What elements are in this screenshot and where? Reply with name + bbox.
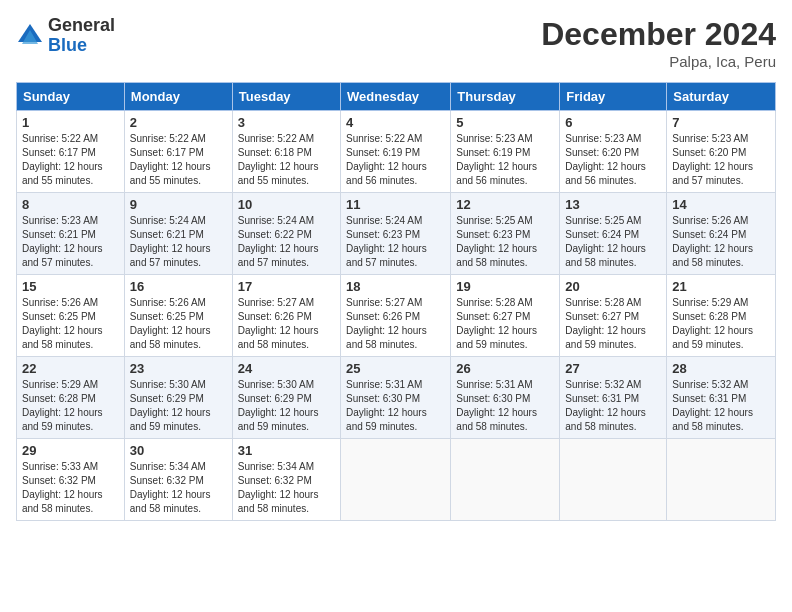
day-number: 15 xyxy=(22,279,119,294)
calendar-day-cell xyxy=(451,439,560,521)
day-number: 16 xyxy=(130,279,227,294)
day-info: Sunrise: 5:30 AM Sunset: 6:29 PM Dayligh… xyxy=(130,378,227,434)
calendar-day-cell: 14 Sunrise: 5:26 AM Sunset: 6:24 PM Dayl… xyxy=(667,193,776,275)
day-info: Sunrise: 5:26 AM Sunset: 6:25 PM Dayligh… xyxy=(130,296,227,352)
day-info: Sunrise: 5:29 AM Sunset: 6:28 PM Dayligh… xyxy=(672,296,770,352)
calendar-day-cell: 25 Sunrise: 5:31 AM Sunset: 6:30 PM Dayl… xyxy=(341,357,451,439)
day-info: Sunrise: 5:32 AM Sunset: 6:31 PM Dayligh… xyxy=(565,378,661,434)
calendar-day-cell: 9 Sunrise: 5:24 AM Sunset: 6:21 PM Dayli… xyxy=(124,193,232,275)
logo-general-text: General xyxy=(48,16,115,36)
day-info: Sunrise: 5:22 AM Sunset: 6:17 PM Dayligh… xyxy=(22,132,119,188)
calendar-day-cell: 24 Sunrise: 5:30 AM Sunset: 6:29 PM Dayl… xyxy=(232,357,340,439)
calendar-day-cell: 27 Sunrise: 5:32 AM Sunset: 6:31 PM Dayl… xyxy=(560,357,667,439)
logo-icon xyxy=(16,22,44,50)
page-title: December 2024 xyxy=(541,16,776,53)
day-number: 29 xyxy=(22,443,119,458)
day-number: 24 xyxy=(238,361,335,376)
page-subtitle: Palpa, Ica, Peru xyxy=(541,53,776,70)
calendar-day-cell: 3 Sunrise: 5:22 AM Sunset: 6:18 PM Dayli… xyxy=(232,111,340,193)
day-number: 14 xyxy=(672,197,770,212)
logo: General Blue xyxy=(16,16,115,56)
day-number: 6 xyxy=(565,115,661,130)
day-info: Sunrise: 5:22 AM Sunset: 6:17 PM Dayligh… xyxy=(130,132,227,188)
calendar-day-cell: 13 Sunrise: 5:25 AM Sunset: 6:24 PM Dayl… xyxy=(560,193,667,275)
day-number: 18 xyxy=(346,279,445,294)
day-number: 1 xyxy=(22,115,119,130)
day-info: Sunrise: 5:28 AM Sunset: 6:27 PM Dayligh… xyxy=(456,296,554,352)
calendar-day-cell: 11 Sunrise: 5:24 AM Sunset: 6:23 PM Dayl… xyxy=(341,193,451,275)
day-info: Sunrise: 5:24 AM Sunset: 6:23 PM Dayligh… xyxy=(346,214,445,270)
calendar-day-cell: 7 Sunrise: 5:23 AM Sunset: 6:20 PM Dayli… xyxy=(667,111,776,193)
calendar-day-cell: 15 Sunrise: 5:26 AM Sunset: 6:25 PM Dayl… xyxy=(17,275,125,357)
calendar-day-cell: 29 Sunrise: 5:33 AM Sunset: 6:32 PM Dayl… xyxy=(17,439,125,521)
day-number: 13 xyxy=(565,197,661,212)
day-info: Sunrise: 5:26 AM Sunset: 6:24 PM Dayligh… xyxy=(672,214,770,270)
day-number: 21 xyxy=(672,279,770,294)
calendar-week-row: 1 Sunrise: 5:22 AM Sunset: 6:17 PM Dayli… xyxy=(17,111,776,193)
calendar-day-cell xyxy=(667,439,776,521)
day-info: Sunrise: 5:22 AM Sunset: 6:19 PM Dayligh… xyxy=(346,132,445,188)
day-info: Sunrise: 5:32 AM Sunset: 6:31 PM Dayligh… xyxy=(672,378,770,434)
day-info: Sunrise: 5:27 AM Sunset: 6:26 PM Dayligh… xyxy=(238,296,335,352)
calendar-table: SundayMondayTuesdayWednesdayThursdayFrid… xyxy=(16,82,776,521)
calendar-header-friday: Friday xyxy=(560,83,667,111)
day-info: Sunrise: 5:25 AM Sunset: 6:24 PM Dayligh… xyxy=(565,214,661,270)
day-number: 9 xyxy=(130,197,227,212)
day-number: 8 xyxy=(22,197,119,212)
calendar-day-cell: 2 Sunrise: 5:22 AM Sunset: 6:17 PM Dayli… xyxy=(124,111,232,193)
day-number: 19 xyxy=(456,279,554,294)
day-info: Sunrise: 5:31 AM Sunset: 6:30 PM Dayligh… xyxy=(456,378,554,434)
day-info: Sunrise: 5:34 AM Sunset: 6:32 PM Dayligh… xyxy=(238,460,335,516)
calendar-header-sunday: Sunday xyxy=(17,83,125,111)
calendar-week-row: 15 Sunrise: 5:26 AM Sunset: 6:25 PM Dayl… xyxy=(17,275,776,357)
day-number: 20 xyxy=(565,279,661,294)
day-info: Sunrise: 5:30 AM Sunset: 6:29 PM Dayligh… xyxy=(238,378,335,434)
calendar-day-cell xyxy=(560,439,667,521)
calendar-day-cell: 20 Sunrise: 5:28 AM Sunset: 6:27 PM Dayl… xyxy=(560,275,667,357)
calendar-day-cell: 12 Sunrise: 5:25 AM Sunset: 6:23 PM Dayl… xyxy=(451,193,560,275)
calendar-day-cell: 26 Sunrise: 5:31 AM Sunset: 6:30 PM Dayl… xyxy=(451,357,560,439)
calendar-day-cell: 10 Sunrise: 5:24 AM Sunset: 6:22 PM Dayl… xyxy=(232,193,340,275)
day-info: Sunrise: 5:24 AM Sunset: 6:22 PM Dayligh… xyxy=(238,214,335,270)
title-section: December 2024 Palpa, Ica, Peru xyxy=(541,16,776,70)
calendar-day-cell: 28 Sunrise: 5:32 AM Sunset: 6:31 PM Dayl… xyxy=(667,357,776,439)
day-number: 28 xyxy=(672,361,770,376)
page-header: General Blue December 2024 Palpa, Ica, P… xyxy=(16,16,776,70)
day-number: 3 xyxy=(238,115,335,130)
day-info: Sunrise: 5:23 AM Sunset: 6:20 PM Dayligh… xyxy=(672,132,770,188)
day-number: 10 xyxy=(238,197,335,212)
calendar-day-cell: 4 Sunrise: 5:22 AM Sunset: 6:19 PM Dayli… xyxy=(341,111,451,193)
calendar-day-cell: 1 Sunrise: 5:22 AM Sunset: 6:17 PM Dayli… xyxy=(17,111,125,193)
day-number: 4 xyxy=(346,115,445,130)
day-number: 11 xyxy=(346,197,445,212)
calendar-header-monday: Monday xyxy=(124,83,232,111)
calendar-day-cell: 30 Sunrise: 5:34 AM Sunset: 6:32 PM Dayl… xyxy=(124,439,232,521)
day-info: Sunrise: 5:23 AM Sunset: 6:20 PM Dayligh… xyxy=(565,132,661,188)
calendar-day-cell: 21 Sunrise: 5:29 AM Sunset: 6:28 PM Dayl… xyxy=(667,275,776,357)
logo-blue-text: Blue xyxy=(48,36,115,56)
day-info: Sunrise: 5:29 AM Sunset: 6:28 PM Dayligh… xyxy=(22,378,119,434)
day-number: 25 xyxy=(346,361,445,376)
day-info: Sunrise: 5:34 AM Sunset: 6:32 PM Dayligh… xyxy=(130,460,227,516)
day-info: Sunrise: 5:33 AM Sunset: 6:32 PM Dayligh… xyxy=(22,460,119,516)
day-info: Sunrise: 5:27 AM Sunset: 6:26 PM Dayligh… xyxy=(346,296,445,352)
calendar-day-cell: 18 Sunrise: 5:27 AM Sunset: 6:26 PM Dayl… xyxy=(341,275,451,357)
day-info: Sunrise: 5:23 AM Sunset: 6:21 PM Dayligh… xyxy=(22,214,119,270)
calendar-header-row: SundayMondayTuesdayWednesdayThursdayFrid… xyxy=(17,83,776,111)
calendar-day-cell xyxy=(341,439,451,521)
calendar-day-cell: 31 Sunrise: 5:34 AM Sunset: 6:32 PM Dayl… xyxy=(232,439,340,521)
day-number: 30 xyxy=(130,443,227,458)
day-info: Sunrise: 5:24 AM Sunset: 6:21 PM Dayligh… xyxy=(130,214,227,270)
day-number: 22 xyxy=(22,361,119,376)
day-info: Sunrise: 5:23 AM Sunset: 6:19 PM Dayligh… xyxy=(456,132,554,188)
calendar-week-row: 8 Sunrise: 5:23 AM Sunset: 6:21 PM Dayli… xyxy=(17,193,776,275)
calendar-day-cell: 6 Sunrise: 5:23 AM Sunset: 6:20 PM Dayli… xyxy=(560,111,667,193)
calendar-day-cell: 16 Sunrise: 5:26 AM Sunset: 6:25 PM Dayl… xyxy=(124,275,232,357)
calendar-week-row: 22 Sunrise: 5:29 AM Sunset: 6:28 PM Dayl… xyxy=(17,357,776,439)
day-number: 27 xyxy=(565,361,661,376)
day-info: Sunrise: 5:25 AM Sunset: 6:23 PM Dayligh… xyxy=(456,214,554,270)
day-number: 17 xyxy=(238,279,335,294)
day-info: Sunrise: 5:28 AM Sunset: 6:27 PM Dayligh… xyxy=(565,296,661,352)
calendar-week-row: 29 Sunrise: 5:33 AM Sunset: 6:32 PM Dayl… xyxy=(17,439,776,521)
day-info: Sunrise: 5:31 AM Sunset: 6:30 PM Dayligh… xyxy=(346,378,445,434)
